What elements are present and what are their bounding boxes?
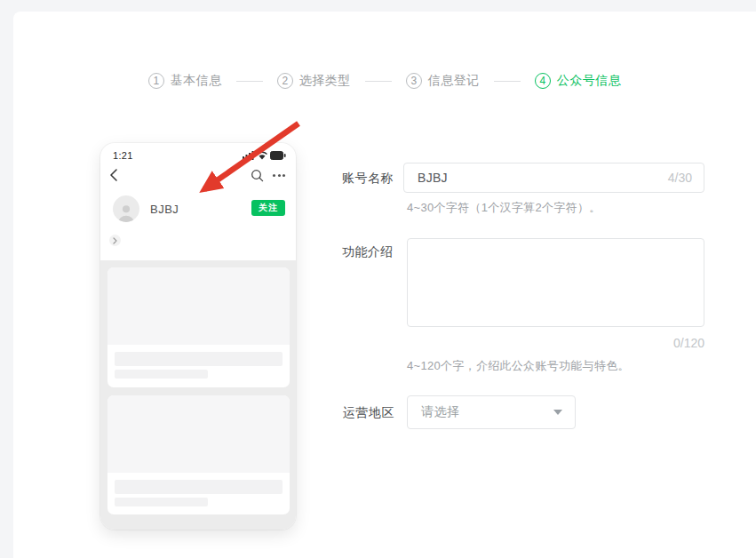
- step-label: 选择类型: [299, 73, 351, 89]
- phone-navbar: [109, 166, 285, 184]
- step-choose-type: 2 选择类型: [277, 73, 351, 89]
- title-line-placeholder: [115, 480, 283, 494]
- step-number: 2: [277, 73, 293, 89]
- thumbnail-placeholder: [107, 395, 290, 473]
- signal-icon: [243, 151, 254, 160]
- region-label: 运营地区: [343, 405, 394, 421]
- avatar: [113, 195, 139, 222]
- step-info-registration: 3 信息登记: [406, 73, 480, 89]
- intro-label: 功能介绍: [342, 244, 394, 260]
- region-select-value: 请选择: [408, 404, 553, 420]
- account-name-field-wrap: 4/30: [403, 163, 704, 193]
- back-icon: [109, 168, 118, 182]
- wizard-stepper: 1 基本信息 2 选择类型 3 信息登记 4 公众号信息: [13, 73, 756, 89]
- article-card-placeholder: [107, 395, 290, 514]
- battery-icon: [270, 151, 286, 160]
- region-select[interactable]: 请选择: [407, 395, 576, 429]
- chevron-down-icon: [553, 410, 562, 415]
- account-name-label: 账号名称: [342, 171, 394, 187]
- account-name-counter: 4/30: [668, 171, 704, 185]
- step-connector: [365, 81, 392, 82]
- title-line-placeholder: [115, 352, 283, 366]
- wifi-icon: [257, 151, 267, 160]
- phone-statusbar: 1:21: [113, 149, 286, 162]
- person-icon: [116, 203, 136, 222]
- status-time: 1:21: [113, 150, 133, 161]
- subtitle-line-placeholder: [115, 370, 208, 379]
- more-icon: [273, 174, 285, 177]
- account-profile-row: BJBJ 关注: [113, 195, 285, 224]
- account-name-preview: BJBJ: [150, 203, 179, 216]
- preview-feed: [100, 260, 296, 530]
- intro-counter: 0/120: [407, 336, 704, 350]
- expand-chevron-icon: [109, 235, 121, 246]
- step-number: 3: [406, 73, 422, 89]
- account-name-helper: 4~30个字符（1个汉字算2个字符）。: [407, 200, 601, 216]
- intro-helper: 4~120个字，介绍此公众账号功能与特色。: [407, 358, 630, 374]
- step-number: 4: [535, 73, 551, 89]
- follow-button: 关注: [251, 200, 285, 216]
- account-name-input[interactable]: [404, 163, 668, 192]
- subtitle-line-placeholder: [115, 498, 208, 506]
- step-connector: [236, 81, 263, 82]
- article-card-placeholder: [107, 267, 290, 387]
- status-icons: [243, 151, 286, 160]
- step-basic-info: 1 基本信息: [148, 73, 222, 89]
- step-number: 1: [148, 73, 164, 89]
- search-icon: [251, 169, 264, 182]
- account-preview-phone: 1:21 BJBJ 关注: [100, 143, 296, 530]
- registration-panel: 1 基本信息 2 选择类型 3 信息登记 4 公众号信息 1:21: [13, 12, 756, 558]
- step-connector: [494, 81, 521, 82]
- step-label: 信息登记: [428, 73, 480, 89]
- step-label: 公众号信息: [557, 73, 622, 89]
- thumbnail-placeholder: [107, 267, 290, 345]
- step-account-info: 4 公众号信息: [535, 73, 622, 89]
- intro-textarea[interactable]: [407, 238, 704, 327]
- step-label: 基本信息: [171, 73, 222, 89]
